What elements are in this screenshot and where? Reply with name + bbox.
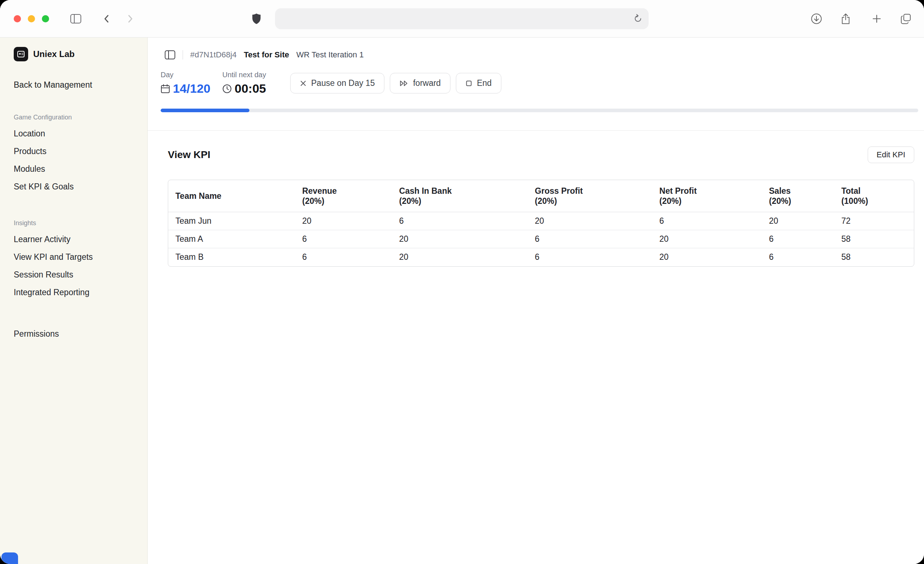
- day-value: 14/120: [173, 81, 210, 96]
- new-tab-icon[interactable]: [872, 14, 881, 24]
- toolbar-sidebar-toggle-icon[interactable]: [70, 14, 82, 24]
- column-revenue: Revenue(20%): [295, 180, 392, 212]
- cell-revenue: 20: [295, 212, 392, 230]
- sidebar-item-location[interactable]: Location: [14, 125, 139, 142]
- breadcrumb-divider: [183, 50, 183, 60]
- end-button[interactable]: End: [456, 73, 501, 93]
- cell-cash-in-bank: 20: [392, 248, 528, 266]
- column-cash-in-bank: Cash In Bank(20%): [392, 180, 528, 212]
- shield-extension-icon[interactable]: [252, 13, 261, 24]
- share-icon[interactable]: [841, 13, 850, 24]
- sidebar-item-products[interactable]: Products: [14, 142, 139, 160]
- cell-cash-in-bank: 6: [392, 212, 528, 230]
- cell-team-name: Team Jun: [168, 212, 295, 230]
- cell-total: 58: [834, 230, 914, 248]
- x-icon: [300, 80, 306, 87]
- day-label: Day: [160, 71, 222, 79]
- cell-sales: 6: [762, 248, 834, 266]
- screenshot-root: Uniex Lab Back to Management Game Config…: [0, 0, 924, 564]
- brand-name: Uniex Lab: [33, 49, 75, 59]
- session-header-section: #d7N1tD68j4 Test for Site WR Test Iterat…: [148, 38, 924, 130]
- sidebar-item-session-results[interactable]: Session Results: [14, 266, 139, 284]
- cell-cash-in-bank: 20: [392, 230, 528, 248]
- section-title-game-configuration: Game Configuration: [14, 114, 139, 121]
- pause-on-day-button[interactable]: Pause on Day 15: [290, 73, 384, 93]
- day-counter: Day 14/120: [160, 71, 222, 96]
- view-kpi-section: View KPI Edit KPI Team Name Revenue(2: [148, 130, 924, 267]
- reload-icon[interactable]: [633, 14, 643, 24]
- address-bar[interactable]: [275, 8, 649, 29]
- sidebar: Uniex Lab Back to Management Game Config…: [0, 38, 148, 564]
- bottom-left-blue-widget[interactable]: [2, 552, 18, 564]
- page-body: Uniex Lab Back to Management Game Config…: [0, 38, 924, 564]
- close-window-button[interactable]: [14, 15, 21, 22]
- column-sales: Sales(20%): [762, 180, 834, 212]
- cell-gross-profit: 20: [528, 212, 652, 230]
- back-icon[interactable]: [102, 14, 111, 24]
- calendar-icon: [160, 84, 170, 93]
- table-row: Team Jun 20 6 20 6 20 72: [168, 212, 914, 230]
- stop-icon: [466, 80, 472, 87]
- forward-button[interactable]: forward: [390, 73, 450, 93]
- cell-revenue: 6: [295, 230, 392, 248]
- sidebar-item-modules[interactable]: Modules: [14, 160, 139, 178]
- back-to-management-link[interactable]: Back to Management: [14, 80, 139, 90]
- end-button-label: End: [477, 78, 492, 88]
- cell-net-profit: 20: [652, 230, 762, 248]
- cell-total: 58: [834, 248, 914, 266]
- panel-toggle-icon[interactable]: [165, 50, 176, 60]
- site-name: Test for Site: [244, 50, 289, 60]
- day-progress-bar: [160, 109, 918, 112]
- pause-on-day-label: Pause on Day 15: [311, 78, 375, 88]
- cell-sales: 20: [762, 212, 834, 230]
- sidebar-item-permissions[interactable]: Permissions: [14, 325, 139, 343]
- sidebar-item-integrated-reporting[interactable]: Integrated Reporting: [14, 284, 139, 301]
- cell-gross-profit: 6: [528, 248, 652, 266]
- browser-toolbar: [0, 0, 924, 38]
- table-row: Team B 6 20 6 20 6 58: [168, 248, 914, 266]
- iteration-name: WR Test Iteration 1: [296, 50, 364, 60]
- session-id: #d7N1tD68j4: [190, 50, 236, 60]
- cell-net-profit: 6: [652, 212, 762, 230]
- cell-revenue: 6: [295, 248, 392, 266]
- kpi-table: Team Name Revenue(20%) Cash In Bank(20%)…: [168, 180, 914, 267]
- until-next-day-value: 00:05: [235, 81, 266, 96]
- clock-icon: [222, 84, 232, 93]
- sidebar-item-view-kpi-targets[interactable]: View KPI and Targets: [14, 248, 139, 266]
- view-kpi-title: View KPI: [168, 149, 210, 160]
- until-next-day-counter: Until next day 00:05: [222, 71, 290, 96]
- cell-team-name: Team A: [168, 230, 295, 248]
- downloads-icon[interactable]: [811, 13, 822, 24]
- brand-logo-icon: [14, 47, 28, 62]
- forward-button-label: forward: [413, 78, 441, 88]
- traffic-lights: [14, 15, 49, 22]
- breadcrumb: #d7N1tD68j4 Test for Site WR Test Iterat…: [165, 49, 924, 61]
- edit-kpi-button[interactable]: Edit KPI: [868, 147, 914, 163]
- cell-total: 72: [834, 212, 914, 230]
- tab-overview-icon[interactable]: [900, 13, 911, 24]
- column-team-name: Team Name: [168, 180, 295, 212]
- sidebar-item-learner-activity[interactable]: Learner Activity: [14, 231, 139, 248]
- column-net-profit: Net Profit(20%): [652, 180, 762, 212]
- cell-gross-profit: 6: [528, 230, 652, 248]
- simulation-controls: Day 14/120 Until next day: [160, 71, 924, 96]
- cell-sales: 6: [762, 230, 834, 248]
- brand: Uniex Lab: [14, 47, 139, 62]
- table-row: Team A 6 20 6 20 6 58: [168, 230, 914, 248]
- column-total: Total(100%): [834, 180, 914, 212]
- cell-net-profit: 20: [652, 248, 762, 266]
- sidebar-item-set-kpi-goals[interactable]: Set KPI & Goals: [14, 178, 139, 196]
- minimize-window-button[interactable]: [28, 15, 35, 22]
- fast-forward-icon: [399, 80, 408, 87]
- section-title-insights: Insights: [14, 219, 139, 227]
- until-next-day-label: Until next day: [222, 71, 290, 79]
- cell-team-name: Team B: [168, 248, 295, 266]
- zoom-window-button[interactable]: [42, 15, 49, 22]
- kpi-table-header-row: Team Name Revenue(20%) Cash In Bank(20%)…: [168, 180, 914, 212]
- forward-icon[interactable]: [126, 14, 134, 24]
- main-content: #d7N1tD68j4 Test for Site WR Test Iterat…: [148, 38, 924, 564]
- day-progress-fill: [160, 109, 249, 112]
- browser-window: Uniex Lab Back to Management Game Config…: [0, 0, 924, 564]
- column-gross-profit: Gross Profit(20%): [528, 180, 652, 212]
